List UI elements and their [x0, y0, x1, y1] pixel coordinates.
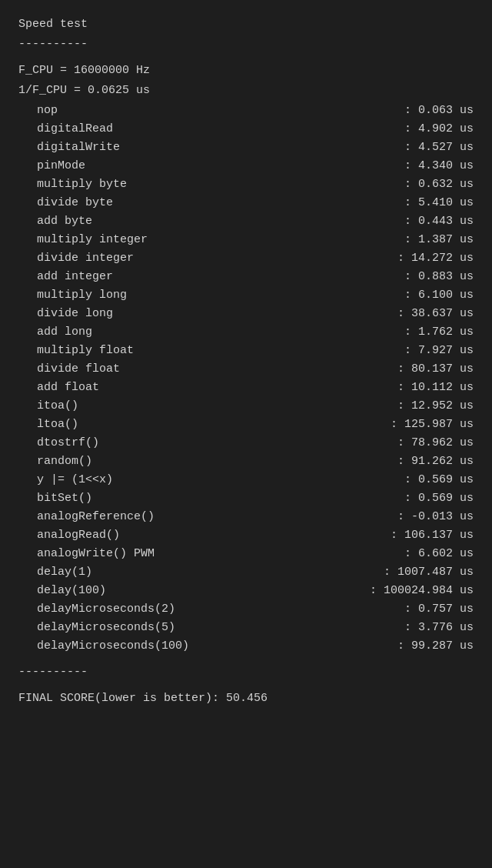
result-name: add byte — [37, 212, 237, 231]
result-value: : 14.272 us — [397, 249, 474, 268]
result-name: analogWrite() PWM — [37, 545, 237, 563]
result-name: pinMode — [37, 157, 237, 175]
result-name: delayMicroseconds(5) — [37, 619, 237, 637]
result-value: : 1.387 us — [404, 231, 474, 249]
table-row: add long: 1.762 us — [18, 323, 474, 342]
table-row: digitalRead: 4.902 us — [18, 120, 474, 139]
result-value: : 106.137 us — [391, 526, 474, 545]
table-row: multiply long: 6.100 us — [18, 286, 474, 305]
result-value: : 0.569 us — [404, 471, 474, 489]
result-name: multiply float — [37, 342, 237, 360]
result-value: : 80.137 us — [397, 360, 474, 379]
table-row: delayMicroseconds(5): 3.776 us — [18, 619, 474, 637]
table-row: divide float: 80.137 us — [18, 360, 474, 379]
result-value: : 38.637 us — [397, 305, 474, 323]
result-value: : 78.962 us — [397, 434, 474, 452]
table-row: multiply byte: 0.632 us — [18, 175, 474, 194]
table-row: y |= (1<<x): 0.569 us — [18, 471, 474, 489]
result-name: add integer — [37, 268, 237, 286]
cpu-line-1: F_CPU = 16000000 Hz — [18, 62, 474, 80]
table-row: divide integer: 14.272 us — [18, 249, 474, 268]
result-value: : 0.632 us — [404, 175, 474, 194]
result-value: : 6.100 us — [404, 286, 474, 305]
table-row: multiply integer: 1.387 us — [18, 231, 474, 249]
result-name: y |= (1<<x) — [37, 471, 237, 489]
result-name: divide long — [37, 305, 237, 323]
result-name: digitalRead — [37, 120, 237, 139]
table-row: itoa(): 12.952 us — [18, 397, 474, 416]
table-row: add float: 10.112 us — [18, 379, 474, 397]
cpu-line-2: 1/F_CPU = 0.0625 us — [18, 82, 474, 100]
result-name: multiply byte — [37, 175, 237, 194]
terminal-output: Speed test ---------- F_CPU = 16000000 H… — [18, 15, 474, 708]
result-value: : 5.410 us — [404, 194, 474, 212]
result-name: delay(100) — [37, 582, 237, 600]
table-row: nop: 0.063 us — [18, 102, 474, 120]
result-name: digitalWrite — [37, 139, 237, 157]
result-name: ltoa() — [37, 416, 237, 434]
result-name: random() — [37, 452, 237, 471]
result-name: divide float — [37, 360, 237, 379]
results-list: nop: 0.063 usdigitalRead: 4.902 usdigita… — [18, 102, 474, 656]
result-value: : 99.287 us — [397, 637, 474, 656]
result-value: : 0.063 us — [404, 102, 474, 120]
result-name: divide integer — [37, 249, 237, 268]
result-value: : 1.762 us — [404, 323, 474, 342]
table-row: divide long: 38.637 us — [18, 305, 474, 323]
result-name: itoa() — [37, 397, 237, 416]
result-value: : 4.340 us — [404, 157, 474, 175]
result-value: : 0.757 us — [404, 600, 474, 619]
result-value: : 125.987 us — [391, 416, 474, 434]
result-name: add long — [37, 323, 237, 342]
result-name: bitSet() — [37, 489, 237, 508]
result-name: add float — [37, 379, 237, 397]
result-name: divide byte — [37, 194, 237, 212]
table-row: delayMicroseconds(100): 99.287 us — [18, 637, 474, 656]
result-value: : 6.602 us — [404, 545, 474, 563]
result-value: : 10.112 us — [397, 379, 474, 397]
table-row: multiply float: 7.927 us — [18, 342, 474, 360]
result-value: : 7.927 us — [404, 342, 474, 360]
table-row: delay(1): 1007.487 us — [18, 563, 474, 582]
result-name: delay(1) — [37, 563, 237, 582]
result-name: multiply long — [37, 286, 237, 305]
table-row: add integer: 0.883 us — [18, 268, 474, 286]
table-row: random(): 91.262 us — [18, 452, 474, 471]
result-value: : -0.013 us — [397, 508, 474, 526]
table-row: dtostrf(): 78.962 us — [18, 434, 474, 452]
result-value: : 0.443 us — [404, 212, 474, 231]
table-row: divide byte: 5.410 us — [18, 194, 474, 212]
result-name: nop — [37, 102, 237, 120]
result-name: analogReference() — [37, 508, 237, 526]
result-name: analogRead() — [37, 526, 237, 545]
result-value: : 100024.984 us — [370, 582, 474, 600]
table-row: delayMicroseconds(2): 0.757 us — [18, 600, 474, 619]
bottom-divider: ---------- — [18, 663, 474, 682]
table-row: analogWrite() PWM: 6.602 us — [18, 545, 474, 563]
result-name: dtostrf() — [37, 434, 237, 452]
table-row: delay(100): 100024.984 us — [18, 582, 474, 600]
result-value: : 1007.487 us — [384, 563, 474, 582]
table-row: pinMode: 4.340 us — [18, 157, 474, 175]
result-value: : 4.527 us — [404, 139, 474, 157]
result-name: delayMicroseconds(2) — [37, 600, 237, 619]
result-value: : 3.776 us — [404, 619, 474, 637]
title: Speed test — [18, 15, 474, 34]
result-value: : 4.902 us — [404, 120, 474, 139]
result-name: multiply integer — [37, 231, 237, 249]
result-name: delayMicroseconds(100) — [37, 637, 237, 656]
result-value: : 91.262 us — [397, 452, 474, 471]
result-value: : 0.883 us — [404, 268, 474, 286]
result-value: : 12.952 us — [397, 397, 474, 416]
final-score: FINAL SCORE(lower is better): 50.456 — [18, 689, 474, 708]
top-divider: ---------- — [18, 35, 474, 54]
table-row: analogRead(): 106.137 us — [18, 526, 474, 545]
result-value: : 0.569 us — [404, 489, 474, 508]
table-row: add byte: 0.443 us — [18, 212, 474, 231]
table-row: analogReference(): -0.013 us — [18, 508, 474, 526]
table-row: ltoa(): 125.987 us — [18, 416, 474, 434]
table-row: bitSet(): 0.569 us — [18, 489, 474, 508]
table-row: digitalWrite: 4.527 us — [18, 139, 474, 157]
